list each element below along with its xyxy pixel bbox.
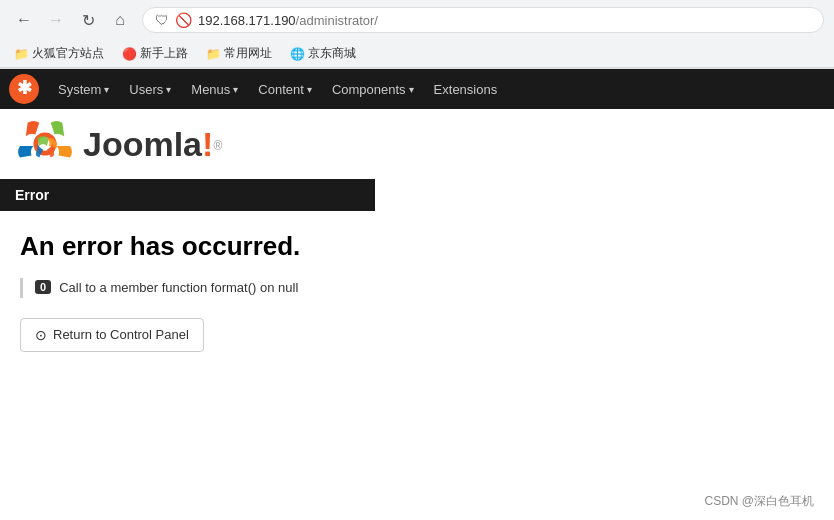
joomla-logo-area: Joomla!® (0, 109, 375, 179)
bookmark-label-1: 新手上路 (140, 45, 188, 62)
bookmarks-bar: 📁 火狐官方站点 🔴 新手上路 📁 常用网址 🌐 京东商城 (0, 40, 834, 68)
joomla-exclaim: ! (202, 125, 213, 163)
joomla-wordmark: Joomla!® (83, 125, 222, 164)
bookmark-label-0: 火狐官方站点 (32, 45, 104, 62)
svg-text:✱: ✱ (17, 78, 32, 98)
content-caret: ▾ (307, 84, 312, 95)
watermark: CSDN @深白色耳机 (704, 493, 814, 510)
url-host: 192.168.171.190 (198, 13, 296, 28)
error-message: Call to a member function format() on nu… (59, 278, 298, 298)
bookmark-1[interactable]: 🔴 新手上路 (118, 43, 192, 64)
joomla-logo-icon (15, 119, 75, 169)
system-caret: ▾ (104, 84, 109, 95)
return-to-control-panel-button[interactable]: ⊙ Return to Control Panel (20, 318, 204, 352)
bookmark-icon-1: 🔴 (122, 47, 137, 61)
bookmark-label-3: 京东商城 (308, 45, 356, 62)
shield-icon: 🛡 (155, 12, 169, 28)
joomla-nav-logo: ✱ (8, 73, 40, 105)
watermark-text: CSDN @深白色耳机 (704, 494, 814, 508)
forward-button[interactable]: → (42, 6, 70, 34)
joomla-nav: ✱ System ▾ Users ▾ Menus ▾ Content ▾ Com… (0, 69, 834, 109)
home-button[interactable]: ⌂ (106, 6, 134, 34)
users-caret: ▾ (166, 84, 171, 95)
nav-buttons: ← → ↻ ⌂ (10, 6, 134, 34)
error-code-badge: 0 (35, 280, 51, 294)
browser-toolbar: ← → ↻ ⌂ 🛡 🚫 192.168.171.190/administrato… (0, 0, 834, 40)
address-bar[interactable]: 🛡 🚫 192.168.171.190/administrator/ (142, 7, 824, 33)
error-heading: An error has occurred. (20, 231, 814, 262)
bookmark-icon-3: 🌐 (290, 47, 305, 61)
joomla-text: Joomla (83, 125, 202, 163)
return-icon: ⊙ (35, 327, 47, 343)
back-button[interactable]: ← (10, 6, 38, 34)
bookmark-folder-icon-2: 📁 (206, 47, 221, 61)
nav-item-content[interactable]: Content ▾ (248, 69, 322, 109)
bookmark-label-2: 常用网址 (224, 45, 272, 62)
main-content: An error has occurred. 0 Call to a membe… (0, 211, 834, 372)
nav-item-extensions[interactable]: Extensions (424, 69, 508, 109)
bookmark-0[interactable]: 📁 火狐官方站点 (10, 43, 108, 64)
bookmark-folder-icon-0: 📁 (14, 47, 29, 61)
browser-chrome: ← → ↻ ⌂ 🛡 🚫 192.168.171.190/administrato… (0, 0, 834, 69)
joomla-brand: Joomla!® (15, 119, 360, 169)
error-detail: 0 Call to a member function format() on … (20, 278, 814, 298)
error-bar-label: Error (15, 187, 49, 203)
joomla-reg: ® (213, 138, 222, 152)
nav-item-system[interactable]: System ▾ (48, 69, 119, 109)
nav-item-users[interactable]: Users ▾ (119, 69, 181, 109)
no-track-icon: 🚫 (175, 12, 192, 28)
bookmark-2[interactable]: 📁 常用网址 (202, 43, 276, 64)
nav-item-components[interactable]: Components ▾ (322, 69, 424, 109)
url-path: /administrator/ (296, 13, 378, 28)
nav-item-menus[interactable]: Menus ▾ (181, 69, 248, 109)
joomla-header: Joomla!® Error (0, 109, 375, 211)
components-caret: ▾ (409, 84, 414, 95)
menus-caret: ▾ (233, 84, 238, 95)
reload-button[interactable]: ↻ (74, 6, 102, 34)
error-bar: Error (0, 179, 375, 211)
return-button-label: Return to Control Panel (53, 327, 189, 342)
url-display: 192.168.171.190/administrator/ (198, 13, 378, 28)
bookmark-3[interactable]: 🌐 京东商城 (286, 43, 360, 64)
